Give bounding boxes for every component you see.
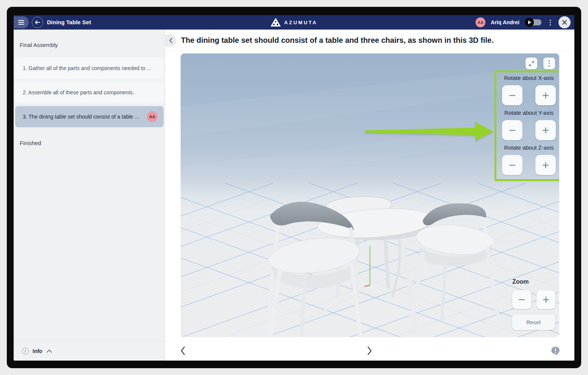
main-content: The dining table set should consist of a…: [165, 30, 574, 361]
user-avatar[interactable]: AA: [476, 17, 485, 27]
rotate-z-label: Rotate about Z-axis: [495, 144, 559, 151]
rotate-y-label: Rotate about Y-axis: [495, 109, 559, 116]
viewer-options-button[interactable]: [543, 58, 555, 69]
kebab-icon: [549, 60, 550, 67]
expand-icon: [529, 61, 535, 67]
step-assignee-avatar: AA: [147, 111, 158, 122]
sidebar-footer[interactable]: i Info: [14, 341, 165, 361]
step-label: 1. Gather all of the parts and component…: [23, 65, 158, 71]
step-navigation-bar: [165, 341, 574, 361]
zoom-label: Zoom: [512, 278, 529, 285]
topbar-right-cluster: AA Ariq Andrei: [476, 15, 571, 30]
info-icon: i: [22, 348, 29, 355]
fullscreen-button[interactable]: [526, 58, 537, 69]
collapse-chevron-up-icon[interactable]: [46, 349, 52, 353]
instruction-text: The dining table set should consist of a…: [181, 36, 494, 45]
arrow-left-icon: [34, 20, 41, 25]
rotate-x-plus-button[interactable]: +: [535, 85, 556, 105]
back-button[interactable]: [32, 17, 43, 28]
rotate-z-plus-button[interactable]: +: [535, 155, 556, 175]
3d-viewer-panel: Rotate about X-axis − + Rotate about Y-a…: [181, 53, 559, 337]
azumuta-logo-icon: [271, 18, 281, 27]
step-label: 3. The dining table set should consist o…: [23, 114, 143, 120]
rotate-x-minus-button[interactable]: −: [502, 85, 522, 105]
previous-step-button[interactable]: [165, 34, 176, 47]
window-frame: Dining Table Set AZUMUTA AA Ariq Andrei: [7, 7, 581, 368]
document-title: Dining Table Set: [47, 15, 91, 30]
sidebar-step-1[interactable]: 1. Gather all of the parts and component…: [15, 58, 164, 79]
hamburger-icon: [18, 20, 24, 25]
chevron-right-icon: [367, 346, 372, 355]
sidebar-step-3-active[interactable]: 3. The dining table set should consist o…: [15, 106, 164, 127]
rotate-y-minus-button[interactable]: −: [502, 120, 522, 140]
play-mode-toggle[interactable]: [525, 18, 542, 27]
chevron-left-icon: [169, 38, 173, 44]
brand-name: AZUMUTA: [284, 20, 318, 25]
nav-next-button[interactable]: [367, 346, 372, 357]
rotate-x-label: Rotate about X-axis: [495, 75, 559, 81]
close-icon: [562, 20, 567, 25]
rotate-y-plus-button[interactable]: +: [535, 120, 556, 140]
nav-previous-button[interactable]: [180, 346, 186, 357]
play-icon: [525, 18, 534, 27]
chevron-left-icon: [180, 346, 186, 355]
rotate-z-minus-button[interactable]: −: [502, 155, 522, 175]
user-name: Ariq Andrei: [491, 19, 519, 25]
finished-label: Finished: [20, 140, 41, 146]
steps-sidebar: Final Assembly 1. Gather all of the part…: [14, 30, 165, 361]
reset-view-button[interactable]: Reset: [512, 314, 555, 330]
step-label: 2. Assemble all of these parts and compo…: [23, 89, 158, 95]
report-issue-button[interactable]: [551, 346, 560, 357]
zoom-in-button[interactable]: +: [537, 290, 555, 309]
zoom-out-button[interactable]: −: [512, 290, 531, 309]
section-title: Final Assembly: [20, 42, 58, 48]
topbar: Dining Table Set AZUMUTA AA Ariq Andrei: [14, 15, 574, 30]
alert-bubble-icon: [551, 346, 560, 356]
more-options-button[interactable]: [547, 18, 553, 27]
sidebar-step-2[interactable]: 2. Assemble all of these parts and compo…: [15, 82, 164, 103]
hamburger-menu-button[interactable]: [14, 16, 29, 28]
close-button[interactable]: [558, 16, 571, 28]
screenshot-stage: Dining Table Set AZUMUTA AA Ariq Andrei: [0, 0, 588, 375]
brand: AZUMUTA: [271, 15, 318, 30]
info-label: Info: [33, 348, 42, 354]
azumuta-app: Dining Table Set AZUMUTA AA Ariq Andrei: [14, 15, 574, 361]
instruction-header: The dining table set should consist of a…: [165, 30, 574, 52]
